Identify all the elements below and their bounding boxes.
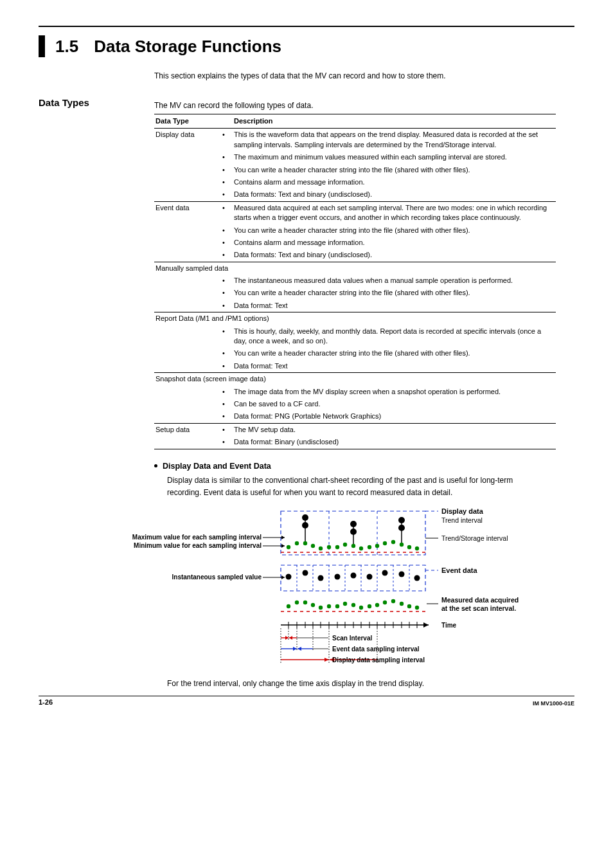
table-row: •You can write a header character string…	[154, 287, 556, 299]
svg-point-21	[343, 543, 347, 547]
svg-point-8	[302, 514, 308, 521]
svg-point-23	[359, 547, 363, 550]
svg-point-14	[287, 545, 290, 549]
cell-type	[154, 325, 221, 348]
table-row: •Data format: PNG (Portable Network Grap…	[154, 410, 556, 423]
cell-type	[154, 386, 221, 398]
bullet-icon: •	[221, 201, 233, 224]
th-description: Description	[233, 114, 556, 128]
cell-type: Setup data	[154, 423, 221, 436]
svg-point-52	[414, 575, 420, 581]
cell-desc: You can write a header character string …	[233, 224, 556, 237]
cell-desc: Can be saved to a CF card.	[233, 398, 556, 410]
svg-point-64	[368, 604, 371, 608]
lbl-max: Maximum value for each sampling interval	[132, 534, 262, 541]
svg-point-50	[382, 570, 388, 576]
table-row: Setup data•The MV setup data.	[154, 423, 556, 436]
cell-desc: The MV setup data.	[233, 423, 556, 436]
cell-type	[154, 249, 221, 262]
cell-type	[154, 410, 221, 423]
bullet-icon: •	[221, 151, 233, 163]
table-row: •The maximum and minimum values measured…	[154, 151, 556, 163]
svg-point-60	[335, 604, 339, 608]
lbl-trend-storage: Trend/Storage interval	[441, 534, 508, 542]
svg-point-49	[367, 574, 373, 580]
svg-point-65	[375, 603, 379, 607]
table-row: Snapshot data (screen image data)	[154, 373, 556, 386]
cell-desc: Data format: Text	[233, 300, 556, 312]
svg-point-10	[350, 521, 357, 527]
table-row: •Data format: Binary (undisclosed)	[154, 436, 556, 449]
table-row: •You can write a header character string…	[154, 347, 556, 359]
cell-type: Event data	[154, 201, 221, 224]
svg-point-59	[327, 604, 331, 608]
th-spacer	[221, 114, 233, 128]
table-row: •The instantaneous measured data values …	[154, 275, 556, 287]
svg-point-28	[400, 543, 404, 547]
svg-point-24	[368, 545, 371, 549]
page-number: 1-26	[39, 698, 53, 707]
bullet-icon: •	[221, 224, 233, 237]
cell-type	[154, 300, 221, 312]
svg-point-58	[319, 606, 323, 610]
svg-point-69	[407, 604, 411, 608]
bullet-icon: •	[221, 436, 233, 449]
cell-type	[154, 188, 221, 201]
bullet-icon: •	[221, 300, 233, 312]
section-number: 1.5	[55, 35, 78, 58]
cell-type	[154, 176, 221, 188]
svg-point-30	[415, 547, 419, 550]
table-row: •Data formats: Text and binary (undisclo…	[154, 249, 556, 262]
cell-type	[154, 436, 221, 449]
table-row: •Contains alarm and message information.	[154, 176, 556, 188]
cell-desc: You can write a header character string …	[233, 287, 556, 299]
bullet-icon: •	[221, 398, 233, 410]
top-rule	[39, 26, 574, 27]
row-span-label: Snapshot data (screen image data)	[154, 373, 556, 386]
lbl-min: Minimum value for each sampling interval	[134, 542, 262, 549]
cell-desc: You can write a header character string …	[233, 164, 556, 176]
cell-desc: This is the waveform data that appears o…	[233, 129, 556, 151]
data-types-table: Data Type Description Display data•This …	[154, 114, 556, 449]
bullet-icon: •	[221, 287, 233, 299]
lbl-event-sampling: Event data sampling interval	[332, 646, 420, 653]
cell-desc: The maximum and minimum values measured …	[233, 151, 556, 163]
bullet-icon: •	[221, 325, 233, 348]
cell-desc: The image data from the MV display scree…	[233, 386, 556, 398]
svg-point-44	[286, 574, 292, 580]
cell-type	[154, 275, 221, 287]
table-row: •Data formats: Text and binary (undisclo…	[154, 188, 556, 201]
data-types-lead: The MV can record the following types of…	[154, 100, 574, 111]
cell-desc: This is hourly, daily, weekly, and month…	[233, 325, 556, 348]
lbl-event-data: Event data	[441, 566, 478, 574]
table-row: •Can be saved to a CF card.	[154, 398, 556, 410]
svg-point-20	[335, 545, 339, 549]
subsection-para: Display data is similar to the conventio…	[167, 475, 546, 498]
row-span-label: Report Data (/M1 and /PM1 options)	[154, 312, 556, 325]
cell-type	[154, 347, 221, 359]
svg-point-67	[391, 599, 395, 603]
svg-point-25	[375, 544, 379, 548]
bullet-icon: •	[221, 164, 233, 176]
bullet-icon	[154, 464, 157, 467]
row-span-label: Manually sampled data	[154, 262, 556, 275]
lbl-instantaneous: Instantaneous sampled value	[172, 574, 262, 581]
cell-desc: Data format: Text	[233, 360, 556, 373]
table-row: •You can write a header character string…	[154, 224, 556, 237]
cell-type: Display data	[154, 129, 221, 151]
cell-type	[154, 360, 221, 373]
cell-desc: Data format: PNG (Portable Network Graph…	[233, 410, 556, 423]
lbl-display-sampling: Display data sampling interval	[332, 656, 425, 664]
svg-point-51	[399, 572, 405, 577]
lbl-trend-interval: Trend interval	[441, 516, 483, 524]
bullet-icon: •	[221, 129, 233, 151]
bullet-icon: •	[221, 410, 233, 423]
svg-point-45	[303, 570, 308, 576]
table-row: Report Data (/M1 and /PM1 options)	[154, 312, 556, 325]
svg-point-57	[311, 603, 315, 607]
doc-code: IM MV1000-01E	[533, 700, 574, 708]
cell-type	[154, 224, 221, 237]
cell-type	[154, 164, 221, 176]
section-title: Data Storage Functions	[94, 35, 281, 58]
svg-point-17	[311, 544, 315, 548]
